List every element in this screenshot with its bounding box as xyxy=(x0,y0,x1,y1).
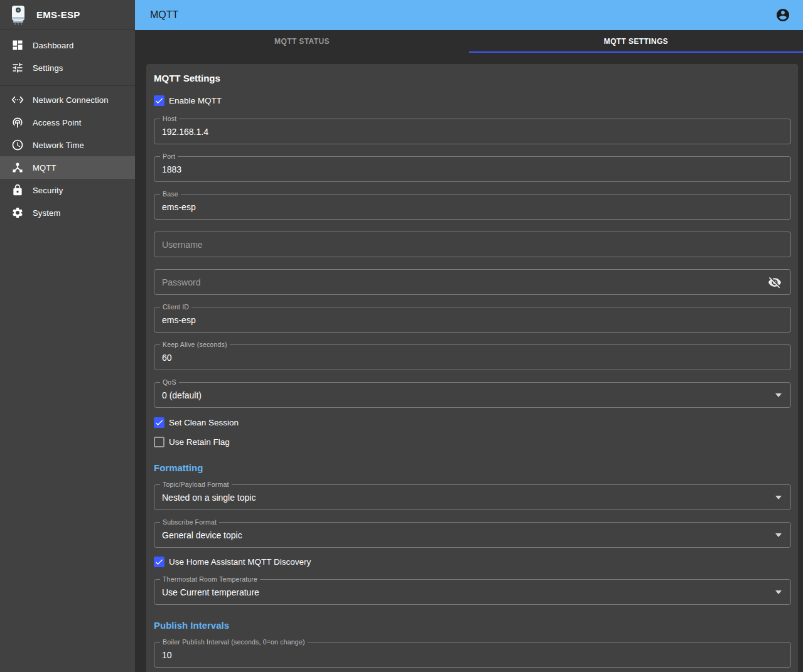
device-hub-icon xyxy=(11,161,24,174)
field-label: Host xyxy=(160,115,179,123)
sidebar-item-settings[interactable]: Settings xyxy=(0,56,135,79)
port-input[interactable] xyxy=(162,164,783,174)
sidebar-item-dashboard[interactable]: Dashboard xyxy=(0,34,135,56)
card-title: MQTT Settings xyxy=(154,73,791,83)
topic-payload-format-select[interactable]: Topic/Payload Format Nested on a single … xyxy=(154,484,791,510)
sidebar-item-label: System xyxy=(33,208,61,218)
tabbar: MQTT STATUS MQTT SETTINGS xyxy=(135,30,803,53)
sidebar-item-label: Network Connection xyxy=(33,95,109,105)
tab-mqtt-status[interactable]: MQTT STATUS xyxy=(135,30,469,53)
client-id-field[interactable]: Client ID xyxy=(154,307,791,333)
sidebar-item-access-point[interactable]: Access Point xyxy=(0,111,135,134)
enable-mqtt-checkbox-row[interactable]: Enable MQTT xyxy=(154,95,791,106)
field-label: QoS xyxy=(160,378,179,387)
sidebar: EMS-ESP Dashboard Settings Network Conne… xyxy=(0,0,135,672)
sidebar-item-label: Dashboard xyxy=(33,41,73,50)
clean-session-checkbox-row[interactable]: Set Clean Session xyxy=(154,417,791,428)
appbar: MQTT xyxy=(135,0,803,30)
checkbox-label: Use Retain Flag xyxy=(169,437,230,447)
field-label: Thermostat Room Temperature xyxy=(160,575,260,584)
base-input[interactable] xyxy=(162,202,783,212)
checkbox-label: Enable MQTT xyxy=(169,96,222,105)
qos-select[interactable]: QoS 0 (default) xyxy=(154,382,791,408)
ems-esp-boiler-logo-icon xyxy=(9,3,28,27)
sidebar-item-label: Security xyxy=(33,186,63,195)
ha-discovery-checkbox-row[interactable]: Use Home Assistant MQTT Discovery xyxy=(154,556,791,567)
password-input[interactable] xyxy=(162,277,767,287)
sidebar-item-label: Network Time xyxy=(33,141,84,150)
host-input[interactable] xyxy=(162,127,783,137)
subscribe-format-select[interactable]: Subscribe Format General device topic xyxy=(154,522,791,548)
checkbox-checked-icon[interactable] xyxy=(154,95,164,106)
checkbox-label: Use Home Assistant MQTT Discovery xyxy=(169,557,311,567)
username-field[interactable] xyxy=(154,232,791,257)
dashboard-icon xyxy=(11,39,24,51)
sidebar-item-security[interactable]: Security xyxy=(0,179,135,201)
field-label: Boiler Publish Interval (seconds, 0=on c… xyxy=(160,638,308,646)
chevron-down-icon xyxy=(775,393,782,397)
keep-alive-input[interactable] xyxy=(162,353,783,363)
subscribe-format-value: General device topic xyxy=(162,530,775,540)
retain-flag-checkbox-row[interactable]: Use Retain Flag xyxy=(154,436,791,447)
visibility-off-icon xyxy=(768,275,782,289)
base-field[interactable]: Base xyxy=(154,194,791,220)
checkbox-checked-icon[interactable] xyxy=(154,417,164,428)
thermostat-room-temperature-select[interactable]: Thermostat Room Temperature Use Current … xyxy=(154,579,791,605)
chevron-down-icon xyxy=(775,496,782,499)
sidebar-item-label: Settings xyxy=(33,63,63,73)
checkbox-label: Set Clean Session xyxy=(169,418,239,427)
tab-mqtt-settings[interactable]: MQTT SETTINGS xyxy=(469,30,803,53)
boiler-publish-interval-input[interactable] xyxy=(162,650,783,660)
password-field[interactable] xyxy=(154,269,791,295)
field-label: Keep Alive (seconds) xyxy=(160,341,230,349)
sidebar-item-label: Access Point xyxy=(33,118,82,127)
sidebar-item-mqtt[interactable]: MQTT xyxy=(0,156,135,179)
chevron-down-icon xyxy=(775,590,782,594)
field-label: Base xyxy=(160,190,181,198)
field-label: Port xyxy=(160,152,178,161)
publish-intervals-heading: Publish Intervals xyxy=(154,620,791,631)
sidebar-item-network-connection[interactable]: Network Connection xyxy=(0,88,135,111)
field-label: Topic/Payload Format xyxy=(160,481,232,489)
gear-icon xyxy=(11,206,24,219)
field-label: Subscribe Format xyxy=(160,518,219,526)
sidebar-item-label: MQTT xyxy=(33,163,57,173)
account-circle-icon xyxy=(775,8,790,23)
toggle-password-visibility-button[interactable] xyxy=(767,274,783,291)
checkbox-checked-icon[interactable] xyxy=(154,557,164,567)
account-button[interactable] xyxy=(772,4,794,26)
username-input[interactable] xyxy=(162,240,783,250)
lock-icon xyxy=(11,184,24,196)
chevron-down-icon xyxy=(775,533,782,537)
sidebar-item-network-time[interactable]: Network Time xyxy=(0,134,135,156)
sidebar-nav-top: Dashboard Settings xyxy=(0,30,135,85)
checkbox-unchecked-icon[interactable] xyxy=(154,437,164,447)
app-name: EMS-ESP xyxy=(36,9,80,20)
keep-alive-field[interactable]: Keep Alive (seconds) xyxy=(154,344,791,370)
page-title: MQTT xyxy=(150,9,772,21)
settings-ethernet-icon xyxy=(11,93,24,106)
wifi-tethering-icon xyxy=(11,116,24,129)
sidebar-item-system[interactable]: System xyxy=(0,201,135,224)
boiler-publish-interval-field[interactable]: Boiler Publish Interval (seconds, 0=on c… xyxy=(154,642,791,668)
field-label: Client ID xyxy=(160,303,191,311)
mqtt-settings-card: MQTT Settings Enable MQTT Host Port Base xyxy=(146,64,798,672)
thermostat-room-temperature-value: Use Current temperature xyxy=(162,587,775,597)
formatting-heading: Formatting xyxy=(154,462,791,473)
topic-payload-format-value: Nested on a single topic xyxy=(162,493,775,503)
client-id-input[interactable] xyxy=(162,315,783,325)
sidebar-nav-project: Network Connection Access Point Network … xyxy=(0,86,135,230)
sidebar-header: EMS-ESP xyxy=(0,0,135,30)
qos-selected-value: 0 (default) xyxy=(162,390,775,400)
clock-icon xyxy=(11,139,24,151)
host-field[interactable]: Host xyxy=(154,119,791,144)
port-field[interactable]: Port xyxy=(154,156,791,182)
tune-icon xyxy=(11,61,24,74)
